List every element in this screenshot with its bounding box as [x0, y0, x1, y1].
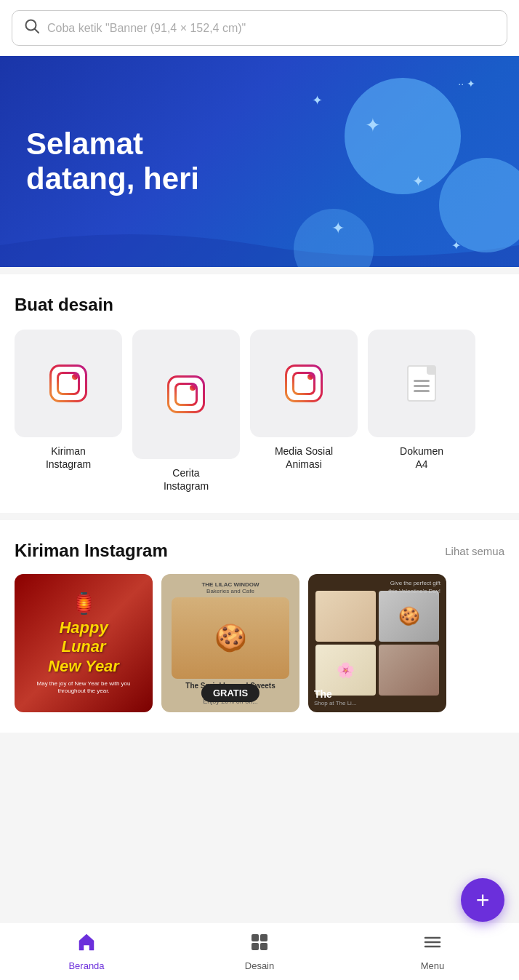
design-card-cerita-thumb: [132, 330, 240, 459]
nav-item-menu[interactable]: Menu: [346, 932, 519, 971]
design-card-dokumen[interactable]: DokumenA4: [368, 330, 475, 493]
nav-item-desain[interactable]: Desain: [173, 932, 346, 971]
post-the-photo-1: [315, 591, 376, 642]
svg-rect-5: [260, 943, 267, 950]
instagram-icon-animasi: [285, 364, 323, 402]
nav-label-menu: Menu: [421, 960, 445, 971]
instagram-section-header: Kiriman Instagram Lihat semua: [15, 541, 504, 561]
hero-circle-3: [294, 209, 374, 267]
hero-circle-1: [345, 78, 461, 194]
nav-item-beranda[interactable]: Beranda: [0, 932, 173, 971]
see-all-button[interactable]: Lihat semua: [445, 545, 504, 557]
instagram-posts-section: Kiriman Instagram Lihat semua 🏮 HappyLun…: [0, 520, 519, 733]
hero-wave: [0, 223, 519, 267]
post-the-photo-2: 🍪: [379, 591, 439, 642]
search-bar: Coba ketik "Banner (91,4 × 152,4 cm)": [0, 0, 519, 56]
lunar-title: HappyLunarNew Year: [48, 618, 119, 676]
nav-label-beranda: Beranda: [68, 960, 104, 971]
search-placeholder: Coba ketik "Banner (91,4 × 152,4 cm)": [47, 22, 246, 35]
post-the-bottom-text: The Shop at The Li...: [314, 688, 440, 706]
star-4: ✦: [331, 219, 345, 238]
star-5: ✦: [451, 239, 461, 252]
nav-label-desain: Desain: [245, 960, 274, 971]
design-card-cerita-label: CeritaInstagram: [164, 466, 209, 493]
post-cookie-image: 🍪: [172, 597, 289, 679]
design-card-kiriman[interactable]: KirimanInstagram: [15, 330, 122, 493]
lunar-subtitle: May the joy of New Year be with you thro…: [25, 680, 142, 696]
design-card-cerita[interactable]: CeritaInstagram: [132, 330, 240, 493]
star-3: ✦: [412, 172, 425, 190]
fab-button[interactable]: +: [461, 878, 504, 922]
design-cards-list: KirimanInstagram CeritaInstagram Media S…: [15, 330, 504, 498]
post-cards-list: 🏮 HappyLunarNew Year May the joy of New …: [15, 574, 504, 718]
instagram-icon-kiriman: [49, 364, 87, 402]
design-card-kiriman-label: KirimanInstagram: [46, 445, 91, 471]
design-card-dokumen-thumb: [368, 330, 475, 437]
design-card-animasi-thumb: [250, 330, 358, 437]
svg-rect-2: [252, 934, 259, 941]
design-card-animasi[interactable]: Media SosialAnimasi: [250, 330, 358, 493]
svg-rect-4: [252, 943, 259, 950]
post-cookie-shop: THE LILAC WINDOWBakeries and Cafe: [169, 581, 292, 594]
post-card-cookie[interactable]: THE LILAC WINDOWBakeries and Cafe 🍪 The …: [161, 574, 299, 712]
fab-icon: +: [476, 887, 490, 914]
hero-banner: Selamatdatang, heri ✦ ✦ ✦ ✦ ✦ ·· ✦: [0, 56, 519, 267]
instagram-icon-cerita: [167, 375, 205, 413]
design-card-dokumen-label: DokumenA4: [400, 445, 443, 471]
design-card-kiriman-thumb: [15, 330, 122, 437]
star-2: ✦: [365, 114, 381, 137]
svg-line-1: [35, 29, 39, 33]
post-card-the[interactable]: Give the perfect giftthis Valentine's Da…: [308, 574, 446, 712]
search-box[interactable]: Coba ketik "Banner (91,4 × 152,4 cm)": [12, 10, 507, 46]
grid-icon: [249, 932, 270, 957]
star-6: ·· ✦: [458, 78, 475, 89]
design-section-title: Buat desain: [15, 295, 504, 315]
bottom-nav: Beranda Desain Menu: [0, 922, 519, 980]
document-icon: [407, 365, 436, 402]
hero-greeting: Selamatdatang, heri: [26, 127, 199, 197]
post-the-top-text: Give the perfect giftthis Valentine's Da…: [388, 580, 440, 595]
post-the-photos: 🍪 🌸: [315, 591, 439, 696]
instagram-section-title: Kiriman Instagram: [15, 541, 168, 561]
search-icon: [24, 18, 40, 38]
svg-rect-3: [260, 934, 267, 941]
star-1: ✦: [312, 92, 323, 108]
menu-icon: [422, 932, 443, 957]
hero-text: Selamatdatang, heri: [0, 127, 225, 197]
design-card-animasi-label: Media SosialAnimasi: [275, 445, 333, 471]
lunar-deco-icon: 🏮: [71, 591, 97, 616]
gratis-badge: GRATIS: [201, 684, 260, 702]
post-card-lunar[interactable]: 🏮 HappyLunarNew Year May the joy of New …: [15, 574, 153, 712]
home-icon: [76, 932, 97, 957]
design-section: Buat desain KirimanInstagram CeritaInsta…: [0, 274, 519, 513]
